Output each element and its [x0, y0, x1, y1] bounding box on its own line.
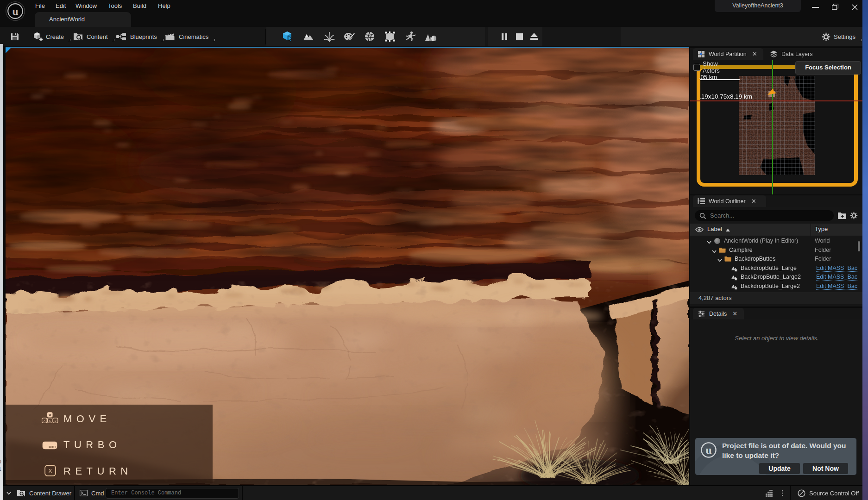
- svg-text:W: W: [49, 413, 51, 416]
- svg-text:SHIFT: SHIFT: [49, 445, 56, 448]
- svg-text:S: S: [49, 419, 51, 422]
- svg-text:D: D: [55, 419, 57, 422]
- svg-text:A: A: [44, 419, 45, 422]
- svg-text:u: u: [705, 444, 711, 456]
- svg-text:X: X: [49, 468, 52, 474]
- svg-text:u: u: [12, 5, 18, 17]
